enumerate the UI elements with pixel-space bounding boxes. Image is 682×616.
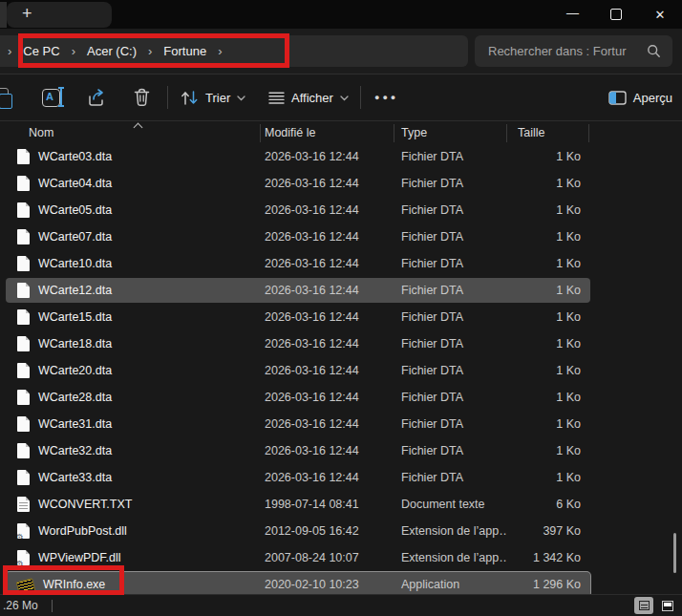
vertical-scrollbar-thumb[interactable] [673, 533, 676, 573]
file-modified-date: 1998-07-14 08:41 [260, 498, 394, 511]
file-row[interactable]: WCarte18.dta 2026-03-16 12:44 Fichier DT… [0, 330, 682, 357]
file-type-icon [17, 416, 30, 432]
title-bar: + — ✕ [0, 0, 682, 29]
toolbar: A Trier [0, 74, 682, 121]
large-icons-view-button[interactable] [658, 597, 677, 614]
file-type-icon [17, 390, 30, 405]
status-bar: .26 Mo [0, 594, 682, 616]
file-type-icon [17, 443, 30, 458]
file-row[interactable]: WCarte12.dta 2026-03-16 12:44 Fichier DT… [0, 277, 682, 304]
file-type-icon [17, 229, 30, 244]
file-row[interactable]: WCarte31.dta 2026-03-16 12:44 Fichier DT… [0, 411, 682, 437]
search-icon [647, 44, 661, 58]
file-type: Extension de l’app… [394, 551, 506, 564]
column-divider[interactable] [506, 124, 507, 142]
file-row[interactable]: WCarte04.dta 2026-03-16 12:44 Fichier DT… [0, 170, 682, 197]
column-header-modified[interactable]: Modifié le [265, 126, 316, 139]
file-row[interactable]: WordPubPost.dll 2012-09-05 16:42 Extensi… [0, 518, 682, 544]
chevron-down-icon [340, 96, 349, 101]
file-type: Fichier DTA [394, 337, 506, 350]
more-options-button[interactable]: ●●● [374, 74, 398, 120]
delete-button[interactable] [133, 74, 151, 120]
column-divider[interactable] [260, 124, 261, 142]
file-modified-date: 2026-03-16 12:44 [260, 364, 394, 377]
details-view-icon [639, 601, 650, 610]
breadcrumb-item[interactable]: Ce PC [12, 44, 70, 58]
file-name-cell: WCarte03.dta [0, 149, 260, 164]
file-name: WordPubPost.dll [38, 524, 127, 538]
column-divider[interactable] [394, 124, 394, 142]
file-type-icon [17, 470, 30, 485]
sort-button[interactable]: Trier [181, 74, 245, 120]
file-name-cell: WCarte20.dta [0, 363, 260, 378]
share-icon [87, 88, 107, 108]
file-type: Fichier DTA [394, 150, 506, 163]
file-modified-date: 2020-02-10 10:23 [260, 578, 394, 591]
file-type: Fichier DTA [394, 444, 506, 457]
file-name-cell: WPViewPDF.dll [0, 550, 260, 565]
preview-label: Aperçu [633, 91, 672, 105]
file-row[interactable]: WCarte03.dta 2026-03-16 12:44 Fichier DT… [0, 143, 682, 170]
file-row[interactable]: WCarte10.dta 2026-03-16 12:44 Fichier DT… [0, 250, 682, 277]
breadcrumb-item[interactable]: Fortune [153, 44, 217, 58]
active-tab[interactable]: + [7, 2, 112, 28]
preview-button[interactable]: Aperçu [608, 74, 672, 120]
file-name-cell: WordPubPost.dll [0, 523, 260, 539]
column-divider[interactable] [588, 124, 589, 142]
file-size: 1 Ko [506, 364, 588, 377]
file-name-cell: WCarte05.dta [0, 202, 260, 218]
details-view-button[interactable] [634, 597, 653, 614]
new-tab-button[interactable]: + [22, 4, 32, 24]
file-modified-date: 2026-03-16 12:44 [260, 444, 394, 457]
close-button[interactable]: ✕ [638, 0, 682, 29]
file-type-icon [17, 497, 30, 512]
address-bar-row: ›Ce PC›Acer (C:)›Fortune› Rechercher dan… [0, 29, 682, 74]
breadcrumb-item[interactable]: Acer (C:) [76, 44, 147, 58]
file-row[interactable]: WPViewPDF.dll 2007-08-24 10:07 Extension… [0, 544, 682, 571]
column-header-name[interactable]: Nom [29, 126, 53, 139]
file-row[interactable]: WCarte07.dta 2026-03-16 12:44 Fichier DT… [0, 223, 682, 250]
search-box[interactable]: Rechercher dans : Fortur [475, 35, 672, 67]
search-input[interactable]: Rechercher dans : Fortur [475, 44, 647, 58]
file-explorer-window: + — ✕ ›Ce PC›Acer (C:)›Fortune› Recherch… [0, 0, 682, 616]
breadcrumb-chevron-icon: › [217, 44, 223, 58]
file-modified-date: 2026-03-16 12:44 [260, 391, 394, 404]
file-type-icon [17, 523, 30, 539]
view-button[interactable]: Afficher [268, 74, 349, 120]
file-type: Fichier DTA [394, 230, 506, 244]
column-header-size[interactable]: Taille [518, 126, 545, 139]
rename-icon[interactable]: A [42, 89, 60, 107]
file-size: 1 Ko [506, 444, 588, 457]
file-name: WCarte07.dta [38, 230, 112, 244]
column-header-type[interactable]: Type [401, 126, 427, 139]
file-type: Fichier DTA [394, 391, 506, 404]
file-row[interactable]: WCONVERT.TXT 1998-07-14 08:41 Document t… [0, 491, 682, 518]
file-name: WCarte18.dta [38, 337, 112, 350]
sort-ascending-icon [135, 121, 142, 129]
file-modified-date: 2026-03-16 12:44 [260, 150, 394, 163]
file-type-icon [17, 176, 30, 191]
maximize-button[interactable] [594, 0, 638, 29]
file-size: 1 Ko [506, 203, 588, 217]
paste-icon[interactable] [0, 88, 9, 109]
file-name-cell: WCONVERT.TXT [0, 497, 260, 512]
share-button[interactable] [87, 74, 107, 120]
file-row[interactable]: WCarte32.dta 2026-03-16 12:44 Fichier DT… [0, 437, 682, 464]
file-row[interactable]: WCarte33.dta 2026-03-16 12:44 Fichier DT… [0, 464, 682, 491]
file-type-icon [17, 149, 30, 164]
more-options-icon: ●●● [374, 93, 398, 102]
file-modified-date: 2026-03-16 12:44 [260, 471, 394, 484]
file-row[interactable]: WCarte20.dta 2026-03-16 12:44 Fichier DT… [0, 357, 682, 384]
file-modified-date: 2007-08-24 10:07 [260, 551, 394, 564]
file-size: 1 Ko [506, 257, 588, 270]
file-name-cell: WCarte32.dta [0, 443, 260, 458]
file-name-cell: WCarte07.dta [0, 229, 260, 244]
file-row[interactable]: WCarte28.dta 2026-03-16 12:44 Fichier DT… [0, 384, 682, 411]
file-modified-date: 2012-09-05 16:42 [260, 524, 394, 538]
file-row[interactable]: WCarte15.dta 2026-03-16 12:44 Fichier DT… [0, 304, 682, 330]
file-row[interactable]: WCarte05.dta 2026-03-16 12:44 Fichier DT… [0, 197, 682, 223]
minimize-button[interactable]: — [550, 0, 594, 29]
close-icon: ✕ [655, 8, 666, 22]
file-size: 6 Ko [506, 498, 588, 511]
file-type: Application [394, 578, 506, 591]
